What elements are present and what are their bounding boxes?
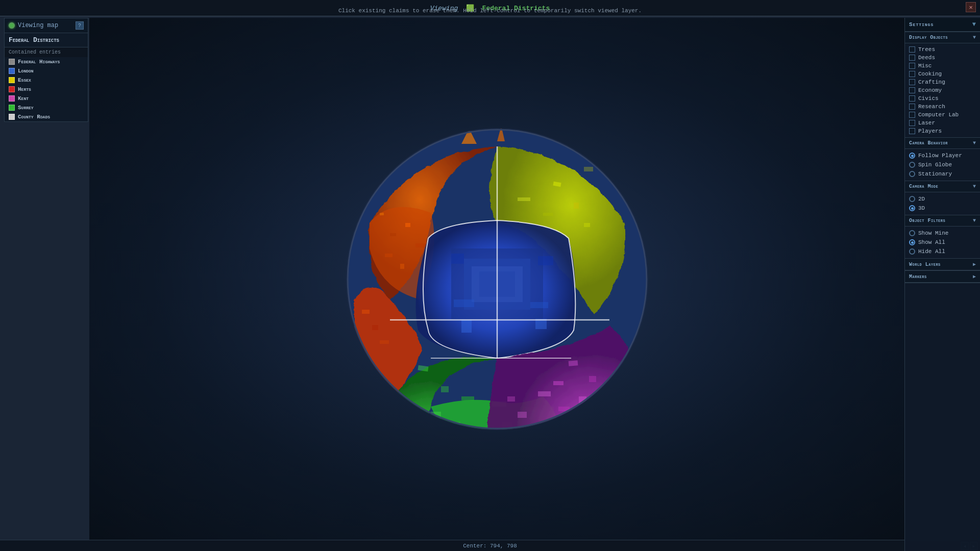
checkbox-crafting[interactable]: Crafting	[905, 78, 980, 86]
camera-behavior-spin-globe[interactable]: Spin Globe	[905, 160, 980, 169]
entry-item-surrey[interactable]: Surrey	[5, 103, 88, 112]
checkbox-box-economy	[909, 87, 915, 93]
svg-rect-7	[400, 264, 404, 269]
camera-mode-2d[interactable]: 2D	[905, 194, 980, 204]
entry-label-surrey: Surrey	[18, 105, 34, 111]
checkbox-box-crafting	[909, 79, 915, 85]
svg-rect-22	[454, 299, 474, 307]
checkbox-economy[interactable]: Economy	[905, 86, 980, 94]
radio-label-filter-show-mine: Show Mine	[918, 230, 948, 236]
entry-item-herts[interactable]: Herts	[5, 85, 88, 94]
svg-rect-20	[451, 254, 464, 264]
entry-item-london[interactable]: London	[5, 66, 88, 76]
object-filters-content: Show Mine Show All Hide All	[905, 227, 980, 258]
globe-container	[339, 121, 655, 437]
svg-rect-44	[553, 381, 564, 385]
entries-list: Federal Highways London Essex Herts Kent…	[5, 57, 88, 121]
world-layers-header[interactable]: World Layers ▶	[905, 259, 980, 270]
radio-label-stationary: Stationary	[918, 171, 952, 177]
markers-header[interactable]: Markers ▶	[905, 271, 980, 283]
entry-label-herts: Herts	[18, 86, 31, 92]
radio-circle-filter-hide-all	[909, 248, 915, 255]
settings-header: Settings ▼	[905, 18, 980, 32]
settings-label: Settings	[909, 21, 934, 28]
camera-mode-3d[interactable]: 3D	[905, 204, 980, 213]
checkbox-research[interactable]: Research	[905, 103, 980, 111]
checkbox-box-misc	[909, 63, 915, 69]
filter-show-all[interactable]: Show All	[905, 238, 980, 247]
checkbox-box-deeds	[909, 55, 915, 61]
camera-mode-label: Camera Mode	[909, 184, 938, 189]
entry-item-federal-highways[interactable]: Federal Highways	[5, 57, 88, 66]
markers-label: Markers	[909, 274, 927, 280]
svg-rect-15	[584, 167, 593, 171]
svg-rect-31	[461, 396, 474, 400]
object-filters-label: Object Filters	[909, 218, 945, 223]
radio-circle-follow-player	[909, 153, 915, 159]
help-button[interactable]: ?	[76, 21, 84, 30]
markers-section: Markers ▶	[905, 271, 980, 283]
entry-swatch-essex	[9, 77, 15, 83]
checkbox-box-civics	[909, 95, 915, 102]
radio-circle-filter-show-mine	[909, 230, 915, 236]
svg-rect-43	[589, 376, 596, 382]
checkbox-label-computer-lab: Computer Lab	[918, 112, 959, 118]
object-filters-header[interactable]: Object Filters ▼	[905, 215, 980, 227]
camera-mode-chevron-icon: ▼	[973, 184, 976, 189]
svg-rect-11	[543, 213, 553, 216]
camera-mode-header[interactable]: Camera Mode ▼	[905, 181, 980, 192]
svg-rect-48	[574, 422, 584, 430]
checkbox-civics[interactable]: Civics	[905, 94, 980, 103]
main-viewport	[89, 18, 904, 540]
checkbox-label-economy: Economy	[918, 87, 942, 93]
entry-item-county-roads[interactable]: County Roads	[5, 112, 88, 121]
checkbox-deeds[interactable]: Deeds	[905, 54, 980, 62]
checkbox-trees[interactable]: Trees	[905, 45, 980, 54]
svg-rect-14	[518, 197, 530, 201]
top-bar: Viewing 🟩 Federal Districts Click existi…	[0, 0, 980, 16]
svg-rect-47	[594, 407, 602, 412]
camera-behavior-header[interactable]: Camera Behavior ▼	[905, 138, 980, 149]
svg-rect-21	[538, 256, 553, 265]
display-objects-content: Trees Deeds Misc Cooking Crafting Econom…	[905, 43, 980, 137]
camera-mode-section: Camera Mode ▼ 2D 3D	[905, 181, 980, 215]
entry-swatch-federal-highways	[9, 59, 15, 65]
checkbox-label-cooking: Cooking	[918, 71, 942, 77]
svg-rect-8	[415, 243, 426, 247]
markers-chevron-icon: ▶	[973, 273, 976, 280]
entry-label-federal-highways: Federal Highways	[18, 59, 60, 65]
radio-circle-filter-show-all	[909, 239, 915, 245]
display-objects-header[interactable]: Display Objects ▼	[905, 32, 980, 43]
entry-swatch-kent	[9, 95, 15, 102]
entry-item-essex[interactable]: Essex	[5, 76, 88, 85]
checkbox-misc[interactable]: Misc	[905, 62, 980, 70]
entry-swatch-county-roads	[9, 114, 15, 120]
entry-swatch-herts	[9, 86, 15, 92]
svg-rect-10	[574, 203, 579, 209]
close-button[interactable]: ✕	[966, 2, 976, 12]
checkbox-cooking[interactable]: Cooking	[905, 70, 980, 78]
world-layers-chevron-icon: ▶	[973, 261, 976, 267]
entry-label-london: London	[18, 68, 34, 74]
svg-rect-24	[461, 320, 472, 333]
checkbox-laser[interactable]: Laser	[905, 119, 980, 127]
svg-rect-52	[615, 381, 621, 390]
radio-circle-mode-2d	[909, 196, 915, 202]
checkbox-players[interactable]: Players	[905, 127, 980, 135]
filter-show-mine[interactable]: Show Mine	[905, 229, 980, 238]
entry-item-kent[interactable]: Kent	[5, 94, 88, 103]
viewing-map-radio[interactable]	[9, 22, 15, 29]
filter-hide-all[interactable]: Hide All	[905, 247, 980, 256]
checkbox-label-research: Research	[918, 104, 945, 110]
camera-behavior-stationary[interactable]: Stationary	[905, 169, 980, 179]
globe-svg	[339, 121, 655, 437]
blue-region	[415, 220, 575, 358]
radio-label-mode-3d: 3D	[918, 205, 925, 211]
checkbox-label-crafting: Crafting	[918, 79, 945, 85]
checkbox-label-trees: Trees	[918, 46, 935, 53]
object-filters-chevron-icon: ▼	[973, 218, 976, 223]
checkbox-box-research	[909, 104, 915, 110]
checkbox-computer-lab[interactable]: Computer Lab	[905, 111, 980, 119]
bottom-bar: Center: 794, 798 ◀ ▶	[0, 540, 980, 551]
camera-behavior-follow-player[interactable]: Follow Player	[905, 151, 980, 160]
